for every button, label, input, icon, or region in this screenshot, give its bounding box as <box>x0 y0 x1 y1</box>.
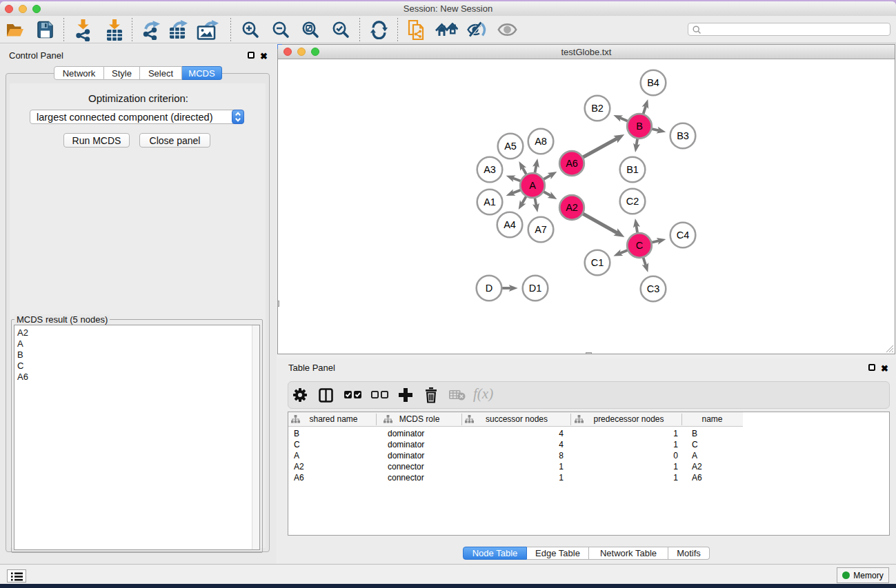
svg-text:C1: C1 <box>591 257 604 268</box>
svg-text:B4: B4 <box>647 77 659 88</box>
svg-text:A6: A6 <box>566 158 578 169</box>
svg-text:B: B <box>636 121 643 132</box>
svg-text:A3: A3 <box>484 164 496 175</box>
svg-text:B2: B2 <box>591 103 604 114</box>
svg-text:A: A <box>529 180 536 191</box>
svg-text:A1: A1 <box>484 196 496 207</box>
svg-text:C2: C2 <box>626 196 639 207</box>
svg-text:D: D <box>486 283 492 294</box>
svg-text:D1: D1 <box>529 283 542 294</box>
svg-text:A5: A5 <box>504 141 517 152</box>
svg-text:A7: A7 <box>535 224 547 235</box>
svg-text:A4: A4 <box>504 219 516 230</box>
svg-text:C4: C4 <box>677 230 690 241</box>
svg-text:A8: A8 <box>535 136 547 147</box>
svg-text:B1: B1 <box>626 164 639 175</box>
svg-text:B3: B3 <box>677 130 689 141</box>
svg-text:A2: A2 <box>566 202 578 213</box>
svg-text:C3: C3 <box>647 283 660 294</box>
svg-text:C: C <box>636 240 643 251</box>
